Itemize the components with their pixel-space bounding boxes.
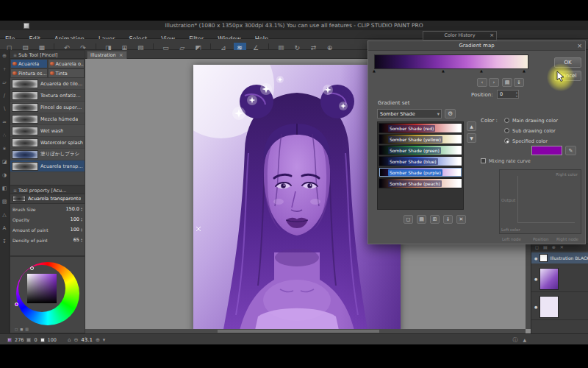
subtool-group-tinta[interactable]: Tinta <box>48 68 85 78</box>
gradient-node-marker[interactable]: ▲ <box>480 68 483 74</box>
radio-specified-color[interactable] <box>504 138 509 144</box>
gradient-list-item[interactable]: Somber Shade (blue) <box>379 156 462 166</box>
stepper-icon[interactable]: ▴▾ <box>81 217 82 222</box>
param-value[interactable]: 150.0 <box>65 206 79 212</box>
stepper-icon[interactable]: ▴▾ <box>81 238 82 243</box>
canvas-tab-close-icon[interactable]: × <box>119 52 123 59</box>
eraser-icon[interactable]: ◪ <box>2 160 7 165</box>
param-value[interactable]: 65 <box>74 237 79 243</box>
param-brush-size[interactable]: Brush Size 150.0 ▴▾ <box>10 204 85 214</box>
radio-label[interactable]: Sub drawing color <box>512 128 556 134</box>
color-history-close-icon[interactable]: × <box>490 32 494 40</box>
mixing-curve-graph[interactable]: Right color Output Left color <box>499 169 581 234</box>
saturation-value-square[interactable] <box>27 274 57 303</box>
scrollbar-thumb[interactable] <box>218 330 379 333</box>
subtool-group-pintura[interactable]: Pintura es... <box>10 68 48 78</box>
zoom-level[interactable]: 43.1 <box>81 337 93 343</box>
param-density-of-paint[interactable]: Density of paint 65 ▴▾ <box>10 235 85 245</box>
layer-visibility-icon[interactable]: ● <box>534 277 537 281</box>
figure-icon[interactable]: △ <box>2 213 6 218</box>
duplicate-set-icon[interactable]: ⊞ <box>430 215 440 224</box>
eyedropper-icon[interactable]: ↧ <box>2 239 7 244</box>
gradient-node-marker[interactable]: ▲ <box>523 68 526 74</box>
hue-selector[interactable] <box>15 302 18 306</box>
canvas-tab[interactable]: Illustration × <box>87 51 127 59</box>
move-down-icon[interactable]: ▼ <box>467 133 476 143</box>
gradient-list-item[interactable]: Somber Shade (peach) <box>379 178 462 188</box>
layer-row-selected[interactable]: ● Illustration BLACK <box>531 252 588 263</box>
mixing-rate-curve-checkbox[interactable] <box>481 158 486 163</box>
stepper-icon[interactable]: ▴▾ <box>516 91 517 98</box>
edit-color-icon[interactable]: ✎ <box>565 146 576 155</box>
fill-icon[interactable]: ◧ <box>2 186 7 191</box>
layer-visibility-icon[interactable]: ● <box>534 305 537 309</box>
brush-list-item[interactable]: Watercolor splash <box>10 137 85 149</box>
stepper-icon[interactable]: ▴▾ <box>81 207 82 212</box>
brush-list-item[interactable]: Wet wash <box>10 125 85 137</box>
panel-menu-icon[interactable]: ≡ <box>13 52 17 57</box>
sv-selector[interactable] <box>30 266 34 270</box>
new-folder-icon[interactable]: ▤ <box>543 244 548 250</box>
radio-label[interactable]: Main drawing color <box>512 118 558 124</box>
param-value[interactable]: 100 <box>71 216 79 222</box>
mixing-rate-curve-label[interactable]: Mixing rate curve <box>489 158 531 164</box>
text-icon[interactable]: A <box>3 226 7 231</box>
param-amount-of-paint[interactable]: Amount of paint 100 ▴▾ <box>10 224 85 235</box>
zoom-out-icon[interactable]: ⊖ <box>74 337 78 343</box>
register-gradient-icon[interactable]: ▤ <box>502 78 512 87</box>
radio-main-drawing-color[interactable] <box>504 118 509 123</box>
delete-set-icon[interactable]: ✕ <box>456 215 466 224</box>
chevron-down-icon[interactable]: ▾ <box>103 337 106 343</box>
decoration-icon[interactable]: ∗ <box>2 146 7 152</box>
brush-list-item[interactable]: Textura enfatizada <box>10 90 85 102</box>
radio-label[interactable]: Specified color <box>512 138 548 144</box>
subtool-panel-header[interactable]: ≡Sub Tool [Pincel] <box>10 51 85 59</box>
gradient-list-item[interactable]: Somber Shade (yellow) <box>379 134 462 144</box>
blend-icon[interactable]: ◑ <box>2 173 7 178</box>
brush-list-item[interactable]: Acuarela transparente <box>10 160 85 172</box>
merge-layer-icon[interactable]: ⊕ <box>552 244 556 250</box>
subtool-group-acuarela[interactable]: Acuarela <box>10 59 48 68</box>
zoom-icon[interactable]: ⊕ <box>2 54 7 59</box>
layer-row[interactable]: ● <box>531 266 588 292</box>
stepper-icon[interactable]: ▴▾ <box>81 227 82 233</box>
param-opacity[interactable]: Opacity 100 ▴▾ <box>10 214 85 224</box>
cancel-button[interactable]: Cancel <box>554 71 581 81</box>
ok-button[interactable]: OK <box>554 57 581 68</box>
gradient-set-dropdown[interactable]: Somber Shade ▾ <box>377 109 442 118</box>
pencil-icon[interactable]: ∖ <box>3 107 6 112</box>
brush-icon[interactable]: ≈ <box>2 120 7 125</box>
move-icon[interactable]: ＋ <box>2 67 7 72</box>
panel-menu-icon[interactable]: ≡ <box>13 188 17 193</box>
brush-list-item[interactable]: 塗りぼかしブラシ <box>10 149 85 160</box>
brush-list-item[interactable]: Acuarela de tilo desenfocado <box>10 78 85 90</box>
subtool-group-acuarela-o[interactable]: Acuarela o... <box>48 59 85 68</box>
zoom-in-icon[interactable]: ⊕ <box>96 337 100 343</box>
next-gradient-icon[interactable]: › <box>489 78 499 87</box>
delete-layer-icon[interactable]: ✕ <box>560 244 564 250</box>
layer-visibility-icon[interactable]: ● <box>534 256 537 261</box>
gradient-preview[interactable] <box>374 54 528 69</box>
airbrush-icon[interactable]: ∴ <box>3 133 6 138</box>
tool-property-header[interactable]: ≡Tool property [Acu... <box>10 186 85 194</box>
info-icon[interactable]: ⓘ <box>512 336 517 344</box>
brush-list-item[interactable]: Pincel de superposición desig <box>10 102 85 113</box>
position-input[interactable]: 0 ▴▾ <box>497 90 519 99</box>
gradient-list-item[interactable]: Somber Shade (green) <box>379 145 462 155</box>
gradient-list-item[interactable]: Somber Shade (red) <box>379 123 462 133</box>
layer-row[interactable]: ● <box>531 294 588 320</box>
import-gradient-icon[interactable]: ⇓ <box>514 78 524 87</box>
add-folder-icon[interactable]: ▤ <box>417 215 426 224</box>
new-layer-icon[interactable]: ◻ <box>535 244 539 250</box>
specified-color-swatch[interactable] <box>531 146 562 155</box>
prev-gradient-icon[interactable]: ‹ <box>477 78 487 87</box>
pen-icon[interactable]: ∕ <box>4 93 5 99</box>
gradient-node-marker[interactable]: ▲ <box>373 68 376 74</box>
brush-list-item[interactable]: Mezcla húmeda <box>10 113 85 125</box>
gradient-icon[interactable]: ▨ <box>2 199 7 205</box>
fit-screen-icon[interactable]: ⌂ <box>68 337 71 343</box>
operation-icon[interactable]: ▱ <box>2 80 6 85</box>
color-wheel-mode-icons[interactable]: ◻◼▥ <box>15 327 31 331</box>
move-up-icon[interactable]: ▲ <box>467 121 476 131</box>
color-history-panel[interactable]: Color History × <box>423 31 497 40</box>
